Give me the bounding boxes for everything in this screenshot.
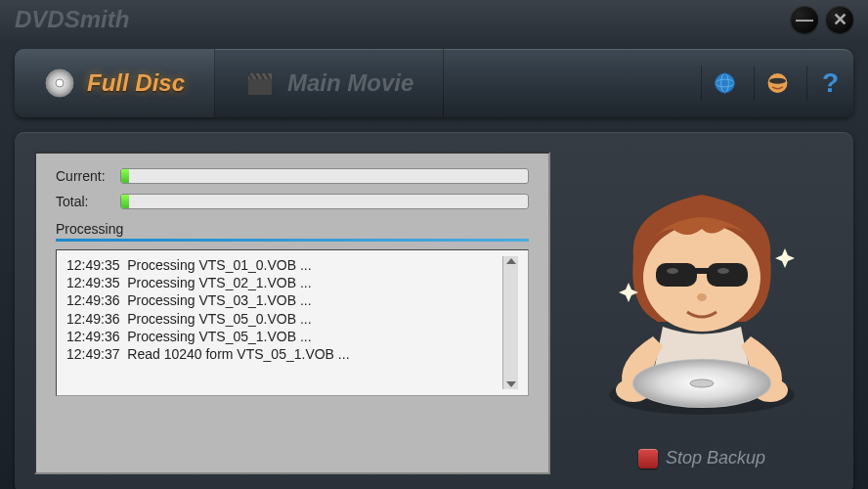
svg-rect-14	[707, 263, 748, 287]
log-line: 12:49:36 Processing VTS_03_1.VOB ...	[66, 291, 350, 309]
clapperboard-icon	[244, 67, 276, 99]
total-progress-row: Total:	[56, 194, 529, 209]
disc-icon	[44, 67, 75, 99]
svg-rect-15	[695, 268, 709, 274]
current-progress-row: Current:	[56, 168, 529, 184]
right-panel: Stop Backup	[570, 152, 834, 474]
divider	[56, 239, 529, 242]
minimize-button[interactable]: —	[791, 6, 818, 33]
total-progress-fill	[121, 195, 129, 208]
total-label: Total:	[56, 194, 112, 209]
mascot-illustration	[580, 152, 824, 442]
toolbar: Full Disc Main Movie ?	[15, 49, 853, 117]
svg-rect-13	[656, 263, 697, 287]
tab-full-disc-label: Full Disc	[87, 69, 185, 97]
log-line: 12:49:36 Processing VTS_05_1.VOB ...	[66, 328, 350, 345]
progress-panel: Current: Total: Processing 12:49:35 Proc…	[34, 152, 550, 474]
log-line: 12:49:35 Processing VTS_01_0.VOB ...	[66, 256, 350, 274]
log-lines: 12:49:35 Processing VTS_01_0.VOB ...12:4…	[66, 256, 350, 389]
tab-full-disc[interactable]: Full Disc	[15, 49, 215, 117]
tab-main-movie-label: Main Movie	[287, 69, 413, 97]
log-box: 12:49:35 Processing VTS_01_0.VOB ...12:4…	[56, 249, 529, 396]
svg-point-23	[690, 379, 714, 387]
total-progress-bar	[120, 194, 529, 209]
svg-point-17	[717, 268, 729, 274]
feedback-button[interactable]	[754, 66, 789, 101]
current-progress-bar	[120, 168, 529, 184]
face-icon	[766, 68, 789, 98]
log-line: 12:49:35 Processing VTS_02_1.VOB ...	[66, 274, 350, 291]
log-line: 12:49:36 Processing VTS_05_0.VOB ...	[66, 310, 350, 328]
stop-icon	[638, 449, 658, 468]
svg-point-10	[769, 78, 786, 84]
globe-button[interactable]	[701, 66, 736, 101]
help-button[interactable]: ?	[806, 66, 842, 101]
current-progress-fill	[121, 169, 129, 183]
svg-point-2	[56, 79, 64, 87]
tab-main-movie[interactable]: Main Movie	[215, 49, 444, 117]
question-icon: ?	[822, 67, 839, 99]
processing-label: Processing	[56, 221, 529, 237]
titlebar: DVDSmith — ✕	[0, 0, 868, 39]
svg-point-18	[697, 293, 707, 301]
close-button[interactable]: ✕	[826, 6, 853, 33]
window-controls: — ✕	[791, 6, 853, 33]
stop-backup-label: Stop Backup	[666, 448, 765, 468]
current-label: Current:	[56, 168, 112, 184]
content-area: Current: Total: Processing 12:49:35 Proc…	[15, 132, 853, 489]
svg-rect-3	[248, 79, 272, 95]
log-line: 12:49:37 Read 10240 form VTS_05_1.VOB ..…	[66, 345, 350, 363]
scrollbar[interactable]	[502, 256, 518, 389]
svg-point-16	[667, 268, 678, 274]
globe-icon	[714, 68, 736, 98]
tool-icons: ?	[701, 66, 842, 101]
app-title: DVDSmith	[15, 6, 791, 33]
stop-backup-button[interactable]: Stop Backup	[638, 442, 765, 474]
